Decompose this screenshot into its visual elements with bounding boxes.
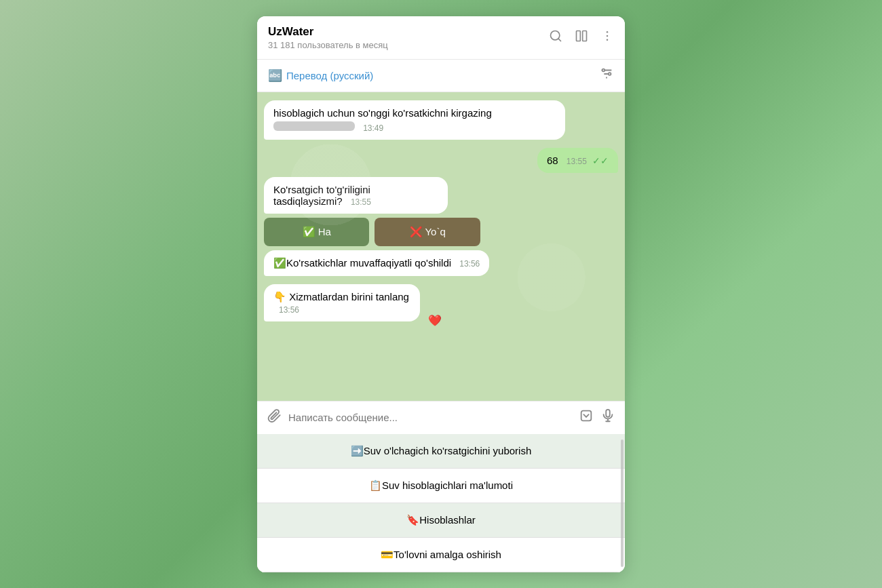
search-icon[interactable] xyxy=(549,29,562,46)
more-icon[interactable] xyxy=(600,29,614,46)
message-input-area xyxy=(257,401,625,434)
mic-icon[interactable] xyxy=(600,408,615,427)
heart-reaction: ❤️ xyxy=(428,314,442,327)
message-row: 👇 Xizmatlardan birini tanlang 13:56 ❤️ xyxy=(264,284,618,321)
columns-icon[interactable] xyxy=(575,29,588,46)
message-text-2: 68 xyxy=(547,155,558,166)
message-time-4: 13:56 xyxy=(459,259,480,269)
keyboard-btn-3[interactable]: 🔖Hisoblashlar xyxy=(257,503,625,538)
message-row: Ko'rsatgich to'g'riligini tasdiqlaysizmi… xyxy=(264,177,618,246)
svg-point-6 xyxy=(607,39,609,41)
translation-text: Перевод (русский) xyxy=(286,70,373,81)
chat-messages: hisoblagich uchun so'nggi ko'rsatkichni … xyxy=(257,92,625,401)
channel-subtitle: 31 181 пользователь в месяц xyxy=(268,40,549,50)
translation-bar[interactable]: 🔤 Перевод (русский) xyxy=(257,60,625,92)
keyboard-btn-4-label: 💳To'lovni amalga oshirish xyxy=(381,549,501,560)
message-time-5: 13:56 xyxy=(279,305,299,315)
chevron-down-icon[interactable] xyxy=(579,408,594,427)
message-text-1: hisoblagich uchun so'nggi ko'rsatkichni … xyxy=(273,107,492,119)
message-content-5: 👇 Xizmatlardan birini tanlang 13:56 xyxy=(264,284,420,321)
svg-point-10 xyxy=(602,68,605,71)
svg-rect-2 xyxy=(577,31,581,41)
translation-label: 🔤 Перевод (русский) xyxy=(268,68,373,83)
message-bubble-5: 👇 Xizmatlardan birini tanlang 13:56 ❤️ xyxy=(264,284,447,321)
message-time-1: 13:49 xyxy=(363,123,383,133)
svg-rect-13 xyxy=(606,409,610,416)
no-button[interactable]: ❌ Yo`q xyxy=(375,218,480,246)
chat-window: UzWater 31 181 пользователь в месяц xyxy=(257,16,625,572)
message-row: 68 13:55 ✓✓ xyxy=(264,148,618,173)
keyboard-btn-3-label: 🔖Hisoblashlar xyxy=(406,514,476,526)
svg-point-5 xyxy=(607,35,609,37)
attach-icon[interactable] xyxy=(267,408,282,427)
message-row: hisoblagich uchun so'nggi ko'rsatkichni … xyxy=(264,100,618,144)
message-text-4: ✅Ko'rsatkichlar muvaffaqiyatli qo'shildi xyxy=(273,257,451,269)
channel-title: UzWater xyxy=(268,25,549,39)
message-input[interactable] xyxy=(288,412,572,423)
yes-button[interactable]: ✅ На xyxy=(264,218,369,246)
svg-point-11 xyxy=(609,73,611,75)
message-text-5: 👇 Xizmatlardan birini tanlang xyxy=(273,291,409,302)
translate-icon: 🔤 xyxy=(268,68,282,83)
keyboard-btn-2-label: 📋Suv hisoblagichlari ma'lumoti xyxy=(369,479,513,491)
message-row: ✅Ko'rsatkichlar muvaffaqiyatli qo'shildi… xyxy=(264,250,618,280)
message-bubble-1: hisoblagich uchun so'nggi ko'rsatkichni … xyxy=(264,100,565,140)
message-time-3: 13:55 xyxy=(351,197,371,207)
chat-header: UzWater 31 181 пользователь в месяц xyxy=(257,16,625,60)
header-info: UzWater 31 181 пользователь в месяц xyxy=(268,25,549,50)
blurred-content xyxy=(273,121,355,131)
input-right-icons xyxy=(579,408,615,427)
keyboard-area: ➡️Suv o'lchagich ko'rsatgichini yuborish… xyxy=(257,434,625,572)
keyboard-btn-2[interactable]: 📋Suv hisoblagichlari ma'lumoti xyxy=(257,469,625,503)
svg-rect-12 xyxy=(581,411,592,421)
keyboard-btn-1[interactable]: ➡️Suv o'lchagich ko'rsatgichini yuborish xyxy=(257,434,625,469)
message-time-2: 13:55 xyxy=(567,157,587,166)
keyboard-btn-4[interactable]: 💳To'lovni amalga oshirish xyxy=(257,538,625,572)
filter-icon[interactable] xyxy=(599,66,614,85)
svg-line-1 xyxy=(558,38,561,41)
header-actions xyxy=(549,29,614,46)
svg-rect-3 xyxy=(583,31,587,41)
message-content-3: Ko'rsatgich to'g'riligini tasdiqlaysizmi… xyxy=(264,177,448,214)
read-ticks: ✓✓ xyxy=(592,155,609,166)
keyboard-btn-1-label: ➡️Suv o'lchagich ko'rsatgichini yuborish xyxy=(351,445,532,456)
message-bubble-4: ✅Ko'rsatkichlar muvaffaqiyatli qo'shildi… xyxy=(264,250,489,276)
inline-buttons: ✅ На ❌ Yo`q xyxy=(264,218,480,246)
scrollbar xyxy=(621,439,624,567)
message-bubble-2: 68 13:55 ✓✓ xyxy=(537,148,618,173)
svg-point-4 xyxy=(607,31,609,33)
message-bubble-3: Ko'rsatgich to'g'riligini tasdiqlaysizmi… xyxy=(264,177,480,246)
